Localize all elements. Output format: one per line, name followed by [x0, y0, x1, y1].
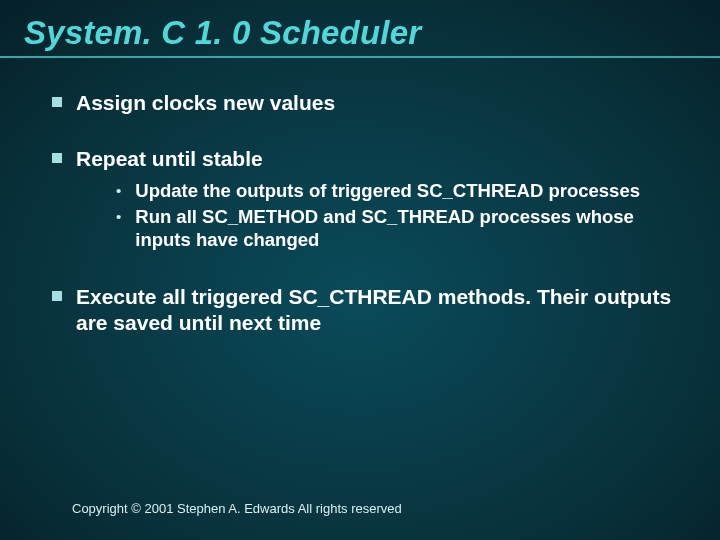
square-bullet-icon: [52, 153, 62, 163]
dot-bullet-icon: •: [116, 205, 121, 229]
title-underline: [0, 56, 720, 58]
title-area: System. C 1. 0 Scheduler: [0, 0, 720, 52]
slide-title: System. C 1. 0 Scheduler: [24, 14, 720, 52]
dot-bullet-icon: •: [116, 179, 121, 203]
bullet-level2: • Update the outputs of triggered SC_CTH…: [116, 179, 680, 203]
bullet-text: Execute all triggered SC_CTHREAD methods…: [76, 284, 680, 337]
sub-bullets: • Update the outputs of triggered SC_CTH…: [116, 179, 680, 252]
bullet-level1: Execute all triggered SC_CTHREAD methods…: [52, 284, 680, 337]
content-area: Assign clocks new values Repeat until st…: [0, 52, 720, 336]
sub-bullet-text: Update the outputs of triggered SC_CTHRE…: [135, 179, 640, 203]
square-bullet-icon: [52, 97, 62, 107]
bullet-level1: Repeat until stable • Update the outputs…: [52, 146, 680, 254]
bullet-level2: • Run all SC_METHOD and SC_THREAD proces…: [116, 205, 680, 252]
square-bullet-icon: [52, 291, 62, 301]
bullet-level1: Assign clocks new values: [52, 90, 680, 116]
copyright-footer: Copyright © 2001 Stephen A. Edwards All …: [72, 501, 402, 516]
bullet-text: Assign clocks new values: [76, 90, 335, 116]
sub-bullet-text: Run all SC_METHOD and SC_THREAD processe…: [135, 205, 680, 252]
bullet-text: Repeat until stable: [76, 146, 680, 172]
